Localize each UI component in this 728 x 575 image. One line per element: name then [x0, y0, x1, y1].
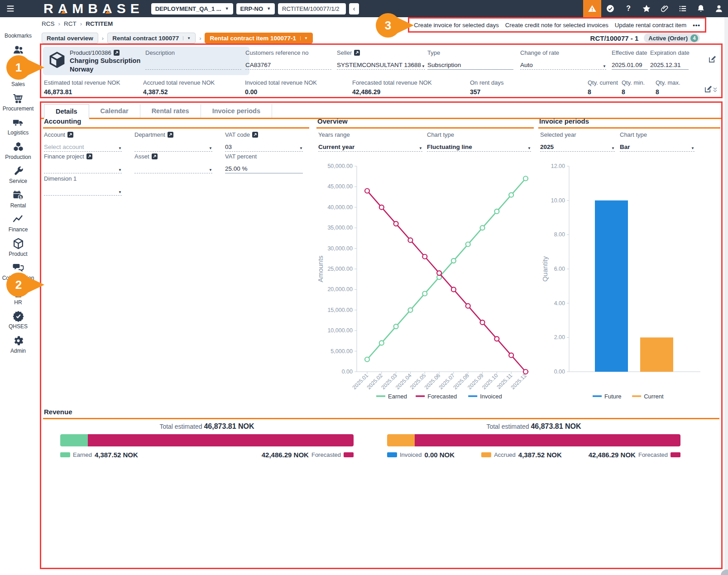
breadcrumb-rctitem[interactable]: RCTITEM	[86, 20, 113, 27]
action-update-rental-contract-item[interactable]: Update rental contract item	[615, 22, 686, 29]
sidebar-item-product[interactable]: Product	[0, 235, 36, 260]
ref-search-input[interactable]: RCTITEM/100077/1/2	[278, 3, 346, 14]
sidebar-item-service[interactable]: Service	[0, 163, 36, 187]
warning-icon[interactable]	[583, 0, 601, 17]
status-badge[interactable]: Active (Order) 4	[644, 33, 700, 43]
svg-text:40,000.00: 40,000.00	[327, 204, 353, 211]
metric-estimated-total-revenue-nok: Estimated total revenue NOK46,873.81	[44, 79, 120, 96]
svg-text:Earned: Earned	[388, 393, 407, 400]
field-finance-project[interactable]: Finance project ▼	[44, 153, 122, 173]
star-icon[interactable]	[637, 0, 656, 17]
field-asset[interactable]: Asset ▼	[134, 153, 212, 173]
field-vat-code[interactable]: VAT code 03▼	[225, 131, 303, 152]
field-effective-date[interactable]: Effective date2025.01.09	[612, 49, 648, 70]
rental-icon: $	[12, 189, 24, 201]
product-tile[interactable]: Product/100386 Charging Subscription Nor…	[43, 47, 249, 75]
svg-text:50,000.00: 50,000.00	[327, 163, 353, 169]
product-name: Charging Subscription Norway	[70, 57, 147, 74]
sidebar-item-logistics[interactable]: Logistics	[0, 114, 36, 139]
svg-text:2025.12: 2025.12	[510, 372, 528, 391]
revenue-bar-2: Total estimated 46,873.81 NOKInvoiced 0.…	[387, 422, 680, 459]
scrollbar[interactable]	[724, 17, 728, 575]
field-department[interactable]: Department ▼	[134, 131, 212, 152]
detail-tabs: DetailsCalendarRental ratesInvoice perio…	[41, 104, 721, 119]
field-account[interactable]: Account Select account▼	[44, 131, 122, 152]
svg-text:Forecasted: Forecasted	[427, 393, 457, 400]
gear-icon	[12, 335, 24, 347]
svg-text:0.00: 0.00	[554, 369, 565, 375]
chart-icon	[12, 213, 24, 225]
svg-text:15,000.00: 15,000.00	[327, 307, 353, 313]
annotation-marker-1: 1	[5, 53, 46, 81]
revenue-bar-1: Total estimated 46,873.81 NOKEarned 4,38…	[60, 422, 354, 459]
svg-text:30,000.00: 30,000.00	[327, 245, 353, 252]
field-expiration-date[interactable]: Expiration date2025.12.31	[650, 49, 689, 70]
erp-dropdown[interactable]: ERP-NO▼	[236, 3, 275, 14]
bell-icon[interactable]	[692, 0, 710, 17]
more-actions-button[interactable]: •••	[693, 22, 700, 29]
floating-button[interactable]	[721, 570, 728, 575]
description-field[interactable]: Description	[145, 49, 241, 70]
list-icon[interactable]	[674, 0, 692, 17]
svg-text:5,000.00: 5,000.00	[330, 348, 353, 355]
context-tab-rental-contract-item-100077-1[interactable]: Rental contract item 100077-1▼	[205, 33, 313, 43]
context-tabs: Rental overview›Rental contract 100077▼›…	[42, 33, 313, 43]
cube-icon	[12, 238, 24, 250]
sidebar-item-qhses[interactable]: QHSES	[0, 308, 36, 332]
tab-calendar[interactable]: Calendar	[89, 104, 140, 118]
edit-header-icon[interactable]	[708, 55, 717, 63]
breadcrumb-rcs[interactable]: RCS	[42, 20, 55, 27]
tab-invoice-periods[interactable]: Invoice periods	[201, 104, 272, 118]
svg-text:10,000.00: 10,000.00	[327, 327, 353, 334]
action-create-invoice-for-selected-days[interactable]: Create invoice for selected days	[414, 22, 499, 29]
svg-text:1: 1	[15, 61, 22, 74]
overview-chart-type-select[interactable]: Chart type Fluctuating line▼	[427, 131, 531, 152]
years-range-select[interactable]: Years range Current year▼	[318, 131, 422, 152]
context-tab-rental-overview[interactable]: Rental overview	[42, 33, 98, 43]
help-icon[interactable]: ?	[619, 0, 637, 17]
sidebar-item-finance[interactable]: Finance	[0, 211, 36, 235]
svg-text:$: $	[19, 195, 22, 200]
chevron-down-icon[interactable]: ▼	[300, 36, 308, 40]
sidebar-item-admin[interactable]: Admin	[0, 332, 36, 357]
metric-invoiced-total-revenue-nok: Invoiced total revenue NOK0.00	[245, 79, 317, 96]
check-badge-icon[interactable]	[601, 0, 619, 17]
rambase-logo[interactable]: RAMBASE	[42, 1, 142, 16]
svg-text:45,000.00: 45,000.00	[327, 183, 353, 190]
chevron-down-icon[interactable]: ▼	[183, 36, 191, 40]
tab-rental-rates[interactable]: Rental rates	[140, 104, 201, 118]
selected-year-select[interactable]: Selected year 2025▼	[540, 131, 615, 152]
product-link[interactable]: Product/100386	[70, 49, 147, 56]
field-seller[interactable]: Seller SYSTEMCONSULTANT 13688▼	[337, 49, 425, 70]
detail-section: DetailsCalendarRental ratesInvoice perio…	[40, 101, 723, 569]
field-change-of-rate[interactable]: Change of rateAuto▼	[520, 49, 606, 70]
overview-line-chart: 0.005,000.0010,000.0015,000.0020,000.002…	[313, 153, 536, 402]
breadcrumb-rct[interactable]: RCT	[64, 20, 77, 27]
environment-dropdown[interactable]: DEPLOYMENT_QA_1 ...▼	[151, 3, 233, 14]
product-panel: Product/100386 Charging Subscription Nor…	[40, 43, 723, 98]
svg-text:Future: Future	[604, 393, 622, 400]
action-create-credit-note-for-selected-invoices[interactable]: Create credit note for selected invoices	[505, 22, 608, 29]
paperclip-icon[interactable]	[656, 0, 674, 17]
cubes-icon	[12, 141, 24, 153]
invoice-chart-type-select[interactable]: Chart type Bar▼	[620, 131, 694, 152]
sidebar-item-rental[interactable]: $Rental	[0, 187, 36, 211]
svg-text:20,000.00: 20,000.00	[327, 286, 353, 292]
field-vat-percent[interactable]: VAT percent25.00 %	[225, 153, 303, 173]
sidebar-item-procurement[interactable]: Procurement	[0, 90, 36, 115]
edit-quantities-icon[interactable]	[704, 85, 718, 93]
field-type[interactable]: TypeSubscription	[427, 49, 513, 70]
field-dimension-1[interactable]: Dimension 1 ▼	[44, 175, 122, 196]
metric-qty-max-: Qty. max.8	[656, 79, 680, 96]
sidebar-item-production[interactable]: Production	[0, 139, 36, 163]
menu-icon[interactable]	[0, 4, 21, 14]
context-tab-rental-contract-100077[interactable]: Rental contract 100077▼	[107, 33, 196, 43]
metric-forecasted-total-revenue-nok: Forecasted total revenue NOK42,486.29	[352, 79, 432, 96]
sidebar-item-bookmarks[interactable]: Bookmarks	[0, 17, 36, 42]
revenue-segment-forecasted	[88, 434, 354, 446]
svg-text:2.00: 2.00	[554, 334, 565, 340]
user-icon[interactable]	[710, 0, 728, 17]
back-button[interactable]: ‹	[349, 3, 359, 14]
invoice-periods-bar-chart: 0.002.004.006.008.0010.0012.00QuantityFu…	[538, 153, 720, 402]
field-customers-reference-no[interactable]: Customers reference noCA83767	[245, 49, 331, 70]
